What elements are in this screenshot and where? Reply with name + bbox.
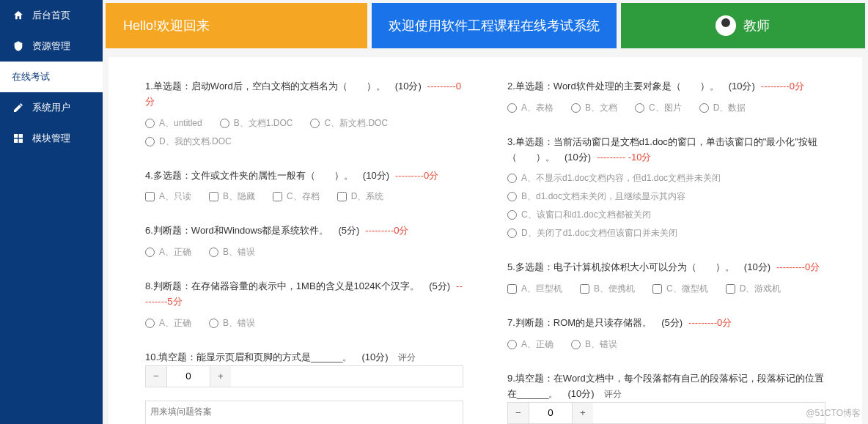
sidebar-label: 模块管理 xyxy=(32,132,70,145)
shield-icon xyxy=(12,40,25,53)
option[interactable]: B、错误 xyxy=(209,246,255,259)
option-input[interactable] xyxy=(507,174,517,183)
edit-icon xyxy=(12,101,25,114)
option-input[interactable] xyxy=(209,319,218,328)
option[interactable]: D、游戏机 xyxy=(726,283,781,295)
option-input[interactable] xyxy=(507,210,517,220)
sidebar-label: 后台首页 xyxy=(32,9,70,22)
option-input[interactable] xyxy=(145,137,155,146)
score-stepper[interactable]: −+ xyxy=(507,402,825,424)
option[interactable]: A、表格 xyxy=(507,102,553,114)
option[interactable]: C、图片 xyxy=(635,102,682,114)
option[interactable]: D、系统 xyxy=(337,190,384,203)
question-block: 5.多选题：电子计算机按体积大小可以分为（ ）。 (10分)---------0… xyxy=(507,260,825,295)
option-input[interactable] xyxy=(145,192,155,201)
sidebar-item-exam[interactable]: 在线考试 xyxy=(0,62,103,92)
option[interactable]: B、隐藏 xyxy=(209,190,255,203)
option[interactable]: C、存档 xyxy=(273,190,320,203)
sidebar-item-modules[interactable]: 模块管理 xyxy=(0,123,103,154)
option-input[interactable] xyxy=(337,192,347,201)
option[interactable]: C、微型机 xyxy=(652,283,708,295)
question-title: 8.判断题：在存储器容量的表示中，1MB的含义是1024K个汉字。 (5分)--… xyxy=(145,279,463,310)
question-column-right: 2.单选题：Word软件处理的主要对象是（ ）。 (10分)---------0… xyxy=(507,79,825,424)
option-input[interactable] xyxy=(507,192,517,201)
option-input[interactable] xyxy=(310,119,320,128)
banner-role: 教师 xyxy=(621,3,865,48)
option[interactable]: B、文档 xyxy=(571,102,617,114)
option[interactable]: B、d1.doc文档未关闭，且继续显示其内容 xyxy=(507,190,825,203)
answer-textarea[interactable] xyxy=(145,401,463,424)
sidebar-label: 资源管理 xyxy=(32,40,70,53)
question-block: 8.判断题：在存储器容量的表示中，1MB的含义是1024K个汉字。 (5分)--… xyxy=(145,279,463,330)
option[interactable]: C、该窗口和d1.doc文档都被关闭 xyxy=(507,209,825,221)
option-input[interactable] xyxy=(571,340,581,349)
option[interactable]: B、文档1.DOC xyxy=(220,117,293,130)
option-input[interactable] xyxy=(580,284,589,294)
avatar-icon xyxy=(716,15,736,36)
question-block: 2.单选题：Word软件处理的主要对象是（ ）。 (10分)---------0… xyxy=(507,79,825,114)
option[interactable]: A、只读 xyxy=(145,190,191,203)
option-input[interactable] xyxy=(145,319,155,328)
option[interactable]: B、便携机 xyxy=(580,283,635,295)
question-title: 6.判断题：Word和Windows都是系统软件。 (5分)---------0… xyxy=(145,223,463,239)
options: A、正确B、错误 xyxy=(145,317,463,330)
stepper-plus[interactable]: + xyxy=(210,366,231,387)
question-block: 7.判断题：ROM的是只读存储器。 (5分)---------0分A、正确B、错… xyxy=(507,316,825,351)
option[interactable]: A、正确 xyxy=(507,338,553,351)
stepper-input[interactable] xyxy=(529,403,573,423)
option[interactable]: C、新文档.DOC xyxy=(310,117,388,130)
option-input[interactable] xyxy=(652,284,662,294)
option[interactable]: A、巨型机 xyxy=(507,283,562,295)
stepper-input[interactable] xyxy=(166,366,210,387)
option[interactable]: B、错误 xyxy=(209,317,255,330)
banner-text: Hello!欢迎回来 xyxy=(123,17,210,34)
option-input[interactable] xyxy=(145,119,155,128)
option[interactable]: D、数据 xyxy=(699,102,746,114)
sidebar-item-users[interactable]: 系统用户 xyxy=(0,92,103,123)
question-block: 6.判断题：Word和Windows都是系统软件。 (5分)---------0… xyxy=(145,223,463,259)
question-block: 1.单选题：启动Word后，空白文档的文档名为（ ）。 (10分)-------… xyxy=(145,79,463,148)
option-input[interactable] xyxy=(209,192,218,201)
option-input[interactable] xyxy=(507,103,517,113)
option[interactable]: A、正确 xyxy=(145,317,191,330)
question-score: ---------0分 xyxy=(365,225,408,236)
question-title: 3.单选题：当前活动窗口是文档d1.doc的窗口，单击该窗口的"最小化"按钮（ … xyxy=(507,135,825,165)
stepper-minus[interactable]: − xyxy=(508,403,529,423)
option[interactable]: D、关闭了d1.doc文档但该窗口并未关闭 xyxy=(507,227,825,239)
question-score: ---------0分 xyxy=(761,81,804,92)
option-input[interactable] xyxy=(507,340,517,349)
watermark: @51CTO博客 xyxy=(806,407,861,420)
exam-content: 1.单选题：启动Word后，空白文档的文档名为（ ）。 (10分)-------… xyxy=(108,57,862,424)
options: A、正确B、错误 xyxy=(145,246,463,259)
option-input[interactable] xyxy=(571,103,581,113)
banner-text: 欢迎使用软件工程课程在线考试系统 xyxy=(389,17,600,34)
sidebar-item-home[interactable]: 后台首页 xyxy=(0,0,103,31)
stepper-plus[interactable]: + xyxy=(573,403,593,423)
option-input[interactable] xyxy=(209,248,218,257)
question-score: ---------0分 xyxy=(145,81,461,107)
score-stepper[interactable]: −+ xyxy=(145,365,463,387)
option-input[interactable] xyxy=(507,228,517,238)
option[interactable]: D、我的文档.DOC xyxy=(145,135,232,148)
stepper-minus[interactable]: − xyxy=(146,366,166,387)
score-label: 评分 xyxy=(398,352,416,362)
option-input[interactable] xyxy=(145,248,155,257)
option-input[interactable] xyxy=(726,284,735,294)
question-title: 2.单选题：Word软件处理的主要对象是（ ）。 (10分)---------0… xyxy=(507,79,825,94)
banner-text: 教师 xyxy=(743,17,770,34)
options: A、巨型机B、便携机C、微型机D、游戏机 xyxy=(507,283,825,295)
option[interactable]: B、错误 xyxy=(571,338,617,351)
option-input[interactable] xyxy=(699,103,709,113)
sidebar-item-resource[interactable]: 资源管理 xyxy=(0,31,103,62)
option[interactable]: A、不显示d1.doc文档内容，但d1.doc文档并未关闭 xyxy=(507,172,825,185)
question-title: 5.多选题：电子计算机按体积大小可以分为（ ）。 (10分)---------0… xyxy=(507,260,825,275)
option-input[interactable] xyxy=(220,119,229,128)
option-input[interactable] xyxy=(635,103,644,113)
option-input[interactable] xyxy=(273,192,282,201)
grid-icon xyxy=(12,132,25,145)
question-title: 4.多选题：文件或文件夹的属性一般有（ ）。 (10分)---------0分 xyxy=(145,168,463,184)
option[interactable]: A、正确 xyxy=(145,246,191,259)
option-input[interactable] xyxy=(507,284,517,294)
sidebar: 后台首页 资源管理 在线考试 系统用户 模块管理 xyxy=(0,0,103,424)
option[interactable]: A、untitled xyxy=(145,117,202,130)
